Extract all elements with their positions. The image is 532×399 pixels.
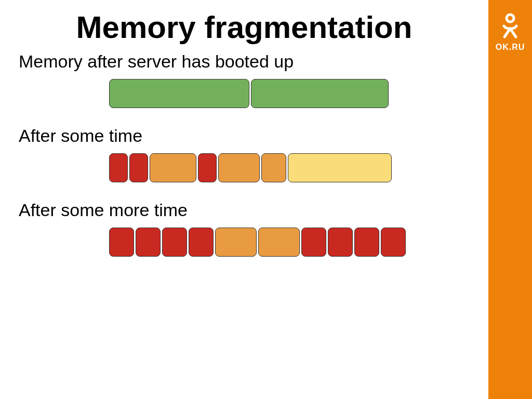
memory-segment xyxy=(328,228,353,257)
section-label-booted: Memory after server has booted up xyxy=(19,51,488,72)
slide-content: Memory fragmentation Memory after server… xyxy=(0,0,488,399)
slide: Memory fragmentation Memory after server… xyxy=(0,0,532,399)
section-label-some-time: After some time xyxy=(19,126,488,146)
svg-line-1 xyxy=(504,29,510,37)
slide-title: Memory fragmentation xyxy=(0,9,488,45)
memory-segment xyxy=(258,228,300,257)
memory-segment xyxy=(215,228,257,257)
memory-segment xyxy=(218,153,260,182)
memory-segment xyxy=(381,228,406,257)
memory-segment xyxy=(198,153,217,182)
memory-bar-some-time xyxy=(109,153,488,182)
memory-segment xyxy=(301,228,326,257)
memory-segment xyxy=(129,153,148,182)
svg-point-0 xyxy=(507,15,514,22)
ok-logo-text: OK.RU xyxy=(496,43,525,52)
memory-segment xyxy=(136,228,161,257)
memory-segment xyxy=(354,228,379,257)
memory-segment xyxy=(189,228,214,257)
memory-segment xyxy=(162,228,187,257)
memory-segment xyxy=(261,153,286,182)
memory-segment xyxy=(109,79,249,108)
ok-logo: OK.RU xyxy=(496,12,525,52)
memory-segment xyxy=(150,153,196,182)
memory-bar-more-time xyxy=(109,228,488,257)
section-label-more-time: After some more time xyxy=(19,200,488,220)
memory-bar-booted xyxy=(109,79,488,108)
brand-sidebar: OK.RU xyxy=(488,0,532,399)
memory-segment xyxy=(109,228,134,257)
memory-segment xyxy=(251,79,389,108)
svg-line-2 xyxy=(510,29,516,37)
ok-logo-icon xyxy=(500,12,521,39)
memory-segment xyxy=(288,153,392,182)
memory-segment xyxy=(109,153,128,182)
